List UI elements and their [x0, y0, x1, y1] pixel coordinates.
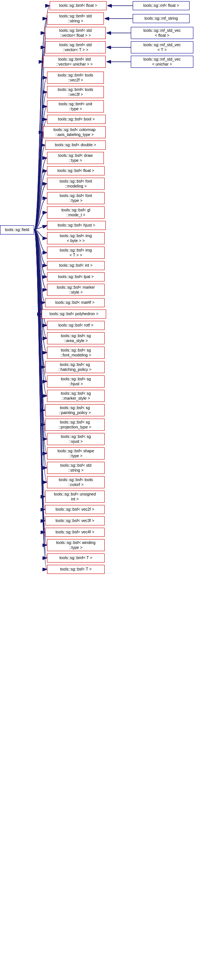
node-label-bsf-sg-painting-policy: tools::sg::bsf< sg::painting_policy > — [59, 405, 91, 415]
node-bsf-sg-font-modeling: tools::sg::bsf< sg::font_modeling > — [47, 347, 105, 359]
node-bsf-marker-style: tools::sg::bsf< marker::style > — [47, 284, 105, 296]
node-label-bmf-T: tools::sg::bmf< T > — [59, 555, 92, 561]
node-bsf-sg-marker-style: tools::sg::bsf< sg::marker_style > — [47, 390, 105, 402]
node-bsf-T: tools::sg::bsf< T > — [47, 565, 105, 574]
node-bsf-font-type: tools::sg::bsf< font::type > — [47, 192, 105, 204]
node-bsf-tools-colorf: tools::sg::bsf< tools::colorf > — [47, 476, 105, 488]
node-bsf-shape-type: tools::sg::bsf< shape::type > — [47, 447, 105, 460]
node-bsf-sg-area-style: tools::sg::bsf< sg::area_style > — [47, 332, 105, 344]
node-label-bmf-std-vector-float: tools::sg::bmf< std::vector< float > > — [59, 28, 92, 38]
node-label-bmf-tools-vec2f: tools::sg::bmf< tools::vec2f > — [57, 73, 93, 82]
node-bsf-colormap: tools::sg::bsf< colormap::axis_labeling_… — [43, 126, 106, 138]
node-label-mf-std-vec-unichar: tools::sg::mf_std_vec< unichar > — [143, 57, 181, 66]
node-label-bsf-colormap: tools::sg::bsf< colormap::axis_labeling_… — [54, 127, 95, 137]
node-bsf-polyhedron: tools::sg::bsf< polyhedron > — [42, 310, 106, 318]
node-label-bsf-polyhedron: tools::sg::bsf< polyhedron > — [50, 312, 99, 317]
node-label-bsf-sg-vjust: tools::sg::bsf< sg::vjust > — [60, 434, 91, 444]
node-bsf-rotf: tools::sg::bsf< rotf > — [47, 321, 105, 330]
node-label-bsf-sg-projection-type: tools::sg::bsf< sg::projection_type > — [58, 420, 91, 429]
node-label-bsf-vec2f: tools::sg::bsf< vec2f > — [55, 507, 94, 512]
node-bsf-hjust: tools::sg::bsf< hjust > — [47, 221, 106, 230]
node-label-bsf-winding-type: tools::sg::bsf< winding::type > — [56, 540, 95, 550]
node-label-bsf-draw-type: tools::sg::bsf< draw::type > — [58, 153, 93, 162]
node-bsf-int: tools::sg::bsf< int > — [47, 261, 105, 270]
node-bsf-std-string: tools::sg::bsf< std::string > — [47, 462, 105, 474]
arrows-svg — [0, 0, 218, 980]
node-label-bsf-lpat: tools::sg::bsf< lpat > — [58, 274, 94, 280]
node-bmf-std-vector-T: tools::sg::bmf< std::vector< T > > — [45, 41, 106, 53]
diagram-container: tools::sg::field tools::sg::mf< float > … — [0, 0, 218, 980]
node-label-tools-sg-field: tools::sg::field — [5, 227, 29, 232]
node-label-mf-string: tools::sg::mf_string — [145, 16, 178, 21]
node-label-bsf-bool: tools::sg::bsf< bool > — [58, 117, 95, 122]
node-label-bsf-int: tools::sg::bsf< int > — [59, 263, 92, 268]
node-label-bsf-vec3f: tools::sg::bsf< vec3f > — [55, 518, 94, 523]
node-bsf-winding-type: tools::sg::bsf< winding::type > — [47, 539, 105, 551]
node-label-mf-std-vec-float: tools::sg::mf_std_vec< float > — [143, 28, 181, 38]
node-tools-sg-mf-float: tools::sg::mf< float > — [133, 1, 189, 10]
node-label-mf-std-vec-T: tools::sg::mf_std_vec< T > — [143, 43, 181, 52]
node-bsf-float: tools::sg::bsf< float > — [47, 166, 105, 175]
node-bsf-vec4f: tools::sg::bsf< vec4f > — [45, 528, 105, 537]
node-label-bsf-vec4f: tools::sg::bsf< vec4f > — [55, 530, 94, 535]
node-bsf-sg-painting-policy: tools::sg::bsf< sg::painting_policy > — [45, 404, 105, 416]
node-tools-sg-mf-string: tools::sg::mf_string — [133, 14, 189, 23]
node-bsf-font-modeling: tools::sg::bsf< font::modeling > — [47, 178, 105, 190]
node-bsf-double: tools::sg::bsf< double > — [45, 140, 106, 150]
node-tools-sg-field: tools::sg::field — [0, 225, 34, 234]
node-label-bsf-sg-font-modeling: tools::sg::bsf< sg::font_modeling > — [60, 348, 91, 357]
node-bsf-sg-hatching-policy: tools::sg::bsf< sg::hatching_policy > — [45, 361, 105, 373]
node-label-bmf-std-string: tools::sg::bmf< std::string > — [59, 14, 92, 23]
node-label-bsf-gl-mode-t: tools::sg::bsf< gl::mode_t > — [61, 208, 90, 217]
node-label-bsf-T: tools::sg::bsf< T > — [60, 567, 91, 572]
node-bsf-vec3f: tools::sg::bsf< vec3f > — [45, 516, 105, 525]
node-bmf-tools-vec3f: tools::sg::bmf< tools::vec3f > — [47, 86, 104, 98]
node-label-bsf-marker-style: tools::sg::bsf< marker::style > — [57, 285, 95, 294]
svg-line-6 — [34, 225, 47, 230]
node-label-bsf-tools-colorf: tools::sg::bsf< tools::colorf > — [59, 477, 93, 487]
node-label-bsf-std-string: tools::sg::bsf< std::string > — [60, 463, 91, 473]
node-bmf-std-vector-float: tools::sg::bmf< std::vector< float > > — [45, 27, 106, 39]
node-bmf-tools-vec2f: tools::sg::bmf< tools::vec2f > — [47, 72, 104, 84]
node-label-bsf-mat4f: tools::sg::bsf< mat4f > — [55, 300, 94, 305]
node-bsf-gl-mode-t: tools::sg::bsf< gl::mode_t > — [47, 207, 105, 219]
node-bsf-bool: tools::sg::bsf< bool > — [47, 115, 106, 124]
node-bsf-sg-projection-type: tools::sg::bsf< sg::projection_type > — [45, 418, 105, 431]
node-bmf-float: tools::sg::bmf< float > — [50, 1, 107, 10]
node-bmf-unit-type: tools::sg::bmf< unit::type > — [47, 100, 104, 113]
node-bsf-sg-vjust: tools::sg::bsf< sg::vjust > — [47, 433, 105, 445]
node-label-bsf-sg-hatching-policy: tools::sg::bsf< sg::hatching_policy > — [58, 362, 91, 372]
node-bmf-std-vector-unichar: tools::sg::bmf< std::vector< unichar > > — [43, 56, 106, 68]
node-label-bsf-double: tools::sg::bsf< double > — [55, 142, 96, 148]
node-label-bsf-font-type: tools::sg::bsf< font::type > — [59, 193, 92, 203]
node-label-bsf-sg-area-style: tools::sg::bsf< sg::area_style > — [60, 333, 91, 343]
node-tools-sg-mf-std-vec-T: tools::sg::mf_std_vec< T > — [131, 41, 193, 53]
node-label-bsf-hjust: tools::sg::bsf< hjust > — [57, 223, 95, 228]
node-label-bmf-float: tools::sg::bmf< float > — [59, 3, 97, 8]
node-label-bsf-shape-type: tools::sg::bsf< shape::type > — [57, 449, 94, 458]
node-label-mf-float: tools::sg::mf< float > — [143, 3, 179, 8]
node-bsf-img-T: tools::sg::bsf< img< T > > — [47, 247, 105, 259]
node-bmf-T: tools::sg::bmf< T > — [47, 554, 105, 563]
node-label-bmf-std-vector-unichar: tools::sg::bmf< std::vector< unichar > > — [56, 57, 92, 66]
node-label-bsf-sg-marker-style: tools::sg::bsf< sg::marker_style > — [60, 391, 91, 401]
node-label-bsf-font-modeling: tools::sg::bsf< font::modeling > — [59, 179, 92, 188]
node-label-bsf-rotf: tools::sg::bsf< rotf > — [58, 323, 93, 328]
node-label-bmf-std-vector-T: tools::sg::bmf< std::vector< T > > — [59, 43, 92, 52]
node-label-bsf-img-byte: tools::sg::bsf< img< byte > > — [60, 233, 92, 243]
node-label-bsf-img-T: tools::sg::bsf< img< T > > — [60, 248, 92, 257]
node-label-bsf-unsigned-int: tools::sg::bsf< unsignedint > — [54, 492, 96, 501]
node-bsf-mat4f: tools::sg::bsf< mat4f > — [45, 298, 105, 307]
node-bsf-unsigned-int: tools::sg::bsf< unsignedint > — [45, 490, 105, 503]
node-bmf-std-string: tools::sg::bmf< std::string > — [47, 13, 104, 25]
node-bsf-vec2f: tools::sg::bsf< vec2f > — [45, 505, 105, 514]
node-tools-sg-mf-std-vec-float: tools::sg::mf_std_vec< float > — [131, 27, 193, 39]
node-tools-sg-mf-std-vec-unichar: tools::sg::mf_std_vec< unichar > — [131, 56, 193, 68]
node-label-bsf-sg-hjust: tools::sg::bsf< sg::hjust > — [60, 377, 91, 386]
node-bsf-lpat: tools::sg::bsf< lpat > — [47, 272, 105, 282]
node-bsf-draw-type: tools::sg::bsf< draw::type > — [47, 152, 104, 164]
node-bsf-sg-hjust: tools::sg::bsf< sg::hjust > — [47, 375, 105, 388]
node-label-bmf-unit-type: tools::sg::bmf< unit::type > — [59, 102, 92, 111]
node-label-bmf-tools-vec3f: tools::sg::bmf< tools::vec3f > — [57, 87, 93, 97]
node-bsf-img-byte: tools::sg::bsf< img< byte > > — [47, 232, 105, 244]
